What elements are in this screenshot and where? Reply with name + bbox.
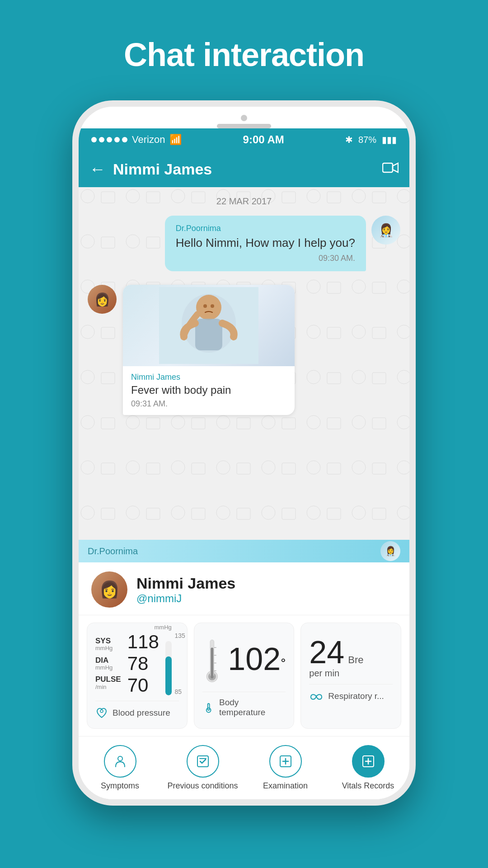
power-button[interactable] xyxy=(412,220,416,265)
vitals-records-label: Vitals Records xyxy=(342,781,394,791)
svg-rect-11 xyxy=(211,647,213,678)
nav-item-examination[interactable]: Examination xyxy=(244,745,327,791)
nav-header: ← Nimmi James xyxy=(79,151,409,187)
blood-pressure-card: SYS mmHg DIA mmHg PULSE /min 11 xyxy=(87,623,188,729)
back-button[interactable]: ← xyxy=(89,160,106,179)
chat-date: 22 MAR 2017 xyxy=(88,196,400,207)
battery-icon: ▮▮▮ xyxy=(382,134,397,145)
patient-message-bubble: Nimmi James Fever with body pain 09:31 A… xyxy=(123,285,295,415)
signal-dot-5 xyxy=(122,137,127,142)
front-camera xyxy=(241,115,247,121)
svg-rect-19 xyxy=(197,756,208,767)
examination-icon xyxy=(269,745,302,778)
typing-name: Dr.Poornima xyxy=(88,546,374,557)
symptoms-icon xyxy=(104,745,136,778)
bp-mmhg-label: mmHg xyxy=(154,624,171,631)
status-time: 9:00 AM xyxy=(243,133,284,146)
dia-unit: mmHg xyxy=(95,665,121,671)
typing-avatar: 👩‍⚕️ xyxy=(380,541,400,561)
sys-value: 118 xyxy=(127,632,159,651)
chat-area: 22 MAR 2017 Dr.Poornima Hello Nimmi, How… xyxy=(79,187,409,562)
patient-avatar: 👩 xyxy=(88,285,117,314)
resp-per-min: per min xyxy=(309,668,339,678)
previous-conditions-label: Previous conditions xyxy=(167,781,238,791)
body-temperature-card: 102° Body temperature xyxy=(194,623,295,729)
temp-value: 102 xyxy=(228,642,281,677)
doctor-message: Dr.Poornima Hello Nimmi, How may I help … xyxy=(88,216,400,271)
chat-contact-name: Nimmi James xyxy=(113,160,212,178)
profile-name: Nimmi James xyxy=(136,575,235,592)
bottom-nav: Symptoms Previous conditions xyxy=(79,736,409,799)
nav-item-symptoms[interactable]: Symptoms xyxy=(79,745,161,791)
examination-label: Examination xyxy=(263,781,308,791)
dia-value: 78 xyxy=(127,654,159,673)
wifi-icon: 📶 xyxy=(169,134,182,146)
profile-avatar: 👩 xyxy=(91,571,127,608)
body-temperature-label: Body temperature xyxy=(219,698,286,717)
doctor-message-time: 09:30 AM. xyxy=(176,254,355,263)
volume-up-button[interactable] xyxy=(72,197,76,224)
bp-bar xyxy=(165,641,172,695)
previous-conditions-icon xyxy=(187,745,219,778)
pulse-abbr: PULSE xyxy=(95,675,121,684)
status-bar: Verizon 📶 9:00 AM ✱ 87% ▮▮▮ xyxy=(79,128,409,151)
bp-marker-high: 135 xyxy=(174,632,185,639)
sys-abbr: SYS xyxy=(95,637,121,646)
svg-rect-0 xyxy=(383,163,393,172)
phone-speaker xyxy=(217,124,271,128)
svg-point-3 xyxy=(196,295,221,320)
sys-unit: mmHg xyxy=(95,645,121,651)
svg-rect-17 xyxy=(207,703,209,710)
volume-down-button[interactable] xyxy=(72,233,76,260)
patient-message-time: 09:31 AM. xyxy=(131,399,286,409)
resp-value: 24 xyxy=(309,637,344,668)
patient-message: 👩 xyxy=(88,285,400,415)
temp-degree: ° xyxy=(281,656,286,670)
signal-dot-1 xyxy=(91,137,97,142)
doctor-avatar: 👩‍⚕️ xyxy=(371,216,400,245)
typing-bar: Dr.Poornima 👩‍⚕️ xyxy=(79,540,409,562)
respiratory-card: 24 Bre per min Respiratory r... xyxy=(300,623,401,729)
svg-point-5 xyxy=(203,304,207,308)
svg-point-6 xyxy=(211,304,214,308)
video-call-button[interactable] xyxy=(382,161,399,177)
nav-item-vitals-records[interactable]: Vitals Records xyxy=(327,745,409,791)
bluetooth-icon: ✱ xyxy=(345,134,353,145)
resp-label: Respiratory r... xyxy=(328,691,384,701)
carrier-name: Verizon xyxy=(132,134,165,146)
phone-shell: Verizon 📶 9:00 AM ✱ 87% ▮▮▮ ← Nimmi Jame… xyxy=(72,100,416,806)
symptoms-label: Symptoms xyxy=(101,781,139,791)
phone-top xyxy=(79,107,409,128)
resp-unit: Bre xyxy=(348,654,363,666)
doctor-sender-name: Dr.Poornima xyxy=(176,224,355,233)
battery-percent: 87% xyxy=(358,135,376,145)
vitals-records-icon xyxy=(352,745,385,778)
profile-section: 👩 Nimmi James @nimmiJ xyxy=(79,562,409,615)
page-title: Chat interaction xyxy=(124,36,364,73)
signal-dot-3 xyxy=(107,137,112,142)
nav-item-previous-conditions[interactable]: Previous conditions xyxy=(161,745,244,791)
thermometer-icon xyxy=(202,632,222,686)
svg-rect-4 xyxy=(195,319,222,350)
pulse-value: 70 xyxy=(127,676,159,695)
bp-marker-low: 85 xyxy=(174,688,185,695)
blood-pressure-label: Blood pressure xyxy=(113,708,170,718)
doctor-message-text: Hello Nimmi, How may I help you? xyxy=(176,236,355,250)
patient-message-text: Fever with body pain xyxy=(131,384,286,396)
pulse-unit: /min xyxy=(95,684,121,690)
svg-point-18 xyxy=(118,756,122,761)
profile-handle: @nimmiJ xyxy=(136,592,235,605)
vitals-section: SYS mmHg DIA mmHg PULSE /min 11 xyxy=(79,615,409,736)
dia-abbr: DIA xyxy=(95,656,121,665)
doctor-message-bubble: Dr.Poornima Hello Nimmi, How may I help … xyxy=(165,216,366,271)
signal-dot-2 xyxy=(99,137,104,142)
signal-dot-4 xyxy=(114,137,120,142)
patient-name-label: Nimmi James xyxy=(131,373,286,382)
